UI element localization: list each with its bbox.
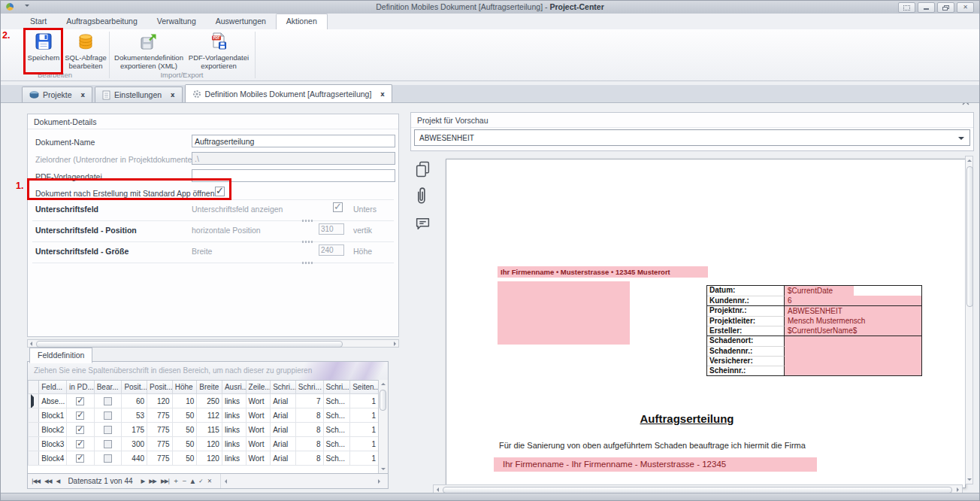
restore-button[interactable]: [937, 2, 954, 13]
navigator-button-left-0[interactable]: |◀◀: [32, 478, 40, 484]
navigator-button-right-1[interactable]: ▶▶: [149, 478, 156, 484]
grid-column-header[interactable]: Feld...: [39, 381, 67, 394]
navigator-button-right-5[interactable]: ▲: [191, 478, 195, 484]
row-splitter-grip[interactable]: [302, 220, 314, 222]
grid-column-header[interactable]: Schri...: [323, 381, 350, 394]
grid-vscrollbar-thumb[interactable]: [380, 390, 386, 411]
grid-row[interactable]: Block330077550120linksWortArial8Sch...1: [29, 437, 379, 451]
grid-row[interactable]: Abse...6012010250linksWortArial7Sch...1: [29, 394, 379, 408]
navigator-button-right-7[interactable]: ✕: [207, 478, 211, 484]
save-button[interactable]: Speichern: [26, 32, 62, 62]
inpdf-checkbox[interactable]: [76, 411, 84, 420]
grid-row[interactable]: Block444077550120linksWortArial8Sch...1: [29, 451, 379, 466]
grid-cell-schr[interactable]: Sch...: [323, 423, 350, 437]
grid-cell-posx[interactable]: 60: [122, 394, 147, 408]
grid-cell-schrift[interactable]: Arial: [271, 408, 296, 423]
grid-cell-zeile[interactable]: Wort: [246, 437, 271, 451]
grid-cell-groesse[interactable]: 7: [295, 394, 323, 408]
grid-cell-groesse[interactable]: 8: [295, 437, 323, 451]
grid-cell-zeile[interactable]: Wort: [246, 423, 271, 437]
grid-cell-posy[interactable]: 775: [147, 437, 173, 451]
inpdf-checkbox[interactable]: [76, 426, 84, 434]
grid-cell-schr[interactable]: Sch...: [323, 451, 350, 466]
grid-column-header[interactable]: in PD...: [66, 381, 94, 394]
grid-cell-schr[interactable]: Sch...: [323, 437, 350, 451]
grid-column-header[interactable]: Bear...: [94, 381, 122, 394]
navigator-button-right-2[interactable]: ▶▶|: [161, 478, 169, 484]
grid-column-header[interactable]: Ausri...: [222, 381, 246, 394]
grid-cell-breite[interactable]: 120: [197, 451, 222, 466]
grid-cell-hoehe[interactable]: 50: [172, 437, 197, 451]
export-pdf-button[interactable]: PDF PDF-Vorlagendatei exportieren: [187, 32, 250, 70]
grid-cell-posx[interactable]: 440: [122, 451, 147, 466]
grid-column-header[interactable]: Seiten...: [350, 381, 379, 394]
pdf-template-input[interactable]: [192, 169, 395, 182]
grid-cell-inpdf[interactable]: [66, 437, 94, 451]
bearb-checkbox[interactable]: [104, 454, 112, 463]
ribbon-tab-start[interactable]: Start: [20, 14, 56, 29]
grid-column-header[interactable]: Schri...: [295, 381, 323, 394]
grid-cell-seiten[interactable]: 1: [350, 408, 379, 423]
ribbon-tab-auswertungen[interactable]: Auswertungen: [206, 14, 276, 29]
grid-cell-seiten[interactable]: 1: [350, 394, 379, 408]
grid-header-row[interactable]: Feld...in PD...Bear...Posit...Posit...Hö…: [29, 381, 379, 394]
row-splitter-grip[interactable]: [302, 262, 314, 264]
grid-cell-schrift[interactable]: Arial: [271, 437, 296, 451]
grid-cell-seiten[interactable]: 1: [350, 423, 379, 437]
grid-cell-groesse[interactable]: 8: [295, 423, 323, 437]
grid-cell-schr[interactable]: Sch...: [323, 394, 350, 408]
grid-cell-schr[interactable]: Sch...: [323, 408, 350, 423]
grid-cell-zeile[interactable]: Wort: [246, 451, 271, 466]
tab-projekte[interactable]: Projekte x: [22, 87, 92, 102]
ribbon-tab-aktionen[interactable]: Aktionen: [276, 14, 328, 29]
comment-icon[interactable]: [415, 217, 431, 231]
preview-project-select[interactable]: ABWESENHEIT: [414, 129, 970, 146]
grid-cell-posx[interactable]: 175: [122, 423, 147, 437]
grid-cell-bearb[interactable]: [94, 408, 122, 423]
grid-cell-schrift[interactable]: Arial: [271, 394, 296, 408]
open-after-create-checkbox[interactable]: [215, 187, 225, 196]
tab-felddefinition[interactable]: Felddefinition: [29, 348, 92, 363]
grid-column-header[interactable]: Schri...: [271, 381, 296, 394]
navigator-button-right-6[interactable]: ✓: [198, 478, 202, 484]
grid-cell-posy[interactable]: 775: [147, 423, 173, 437]
grid-cell-hoehe[interactable]: 50: [172, 451, 197, 466]
tab-definition-close-icon[interactable]: x: [380, 90, 384, 98]
navigator-hscrollbar[interactable]: [220, 474, 384, 488]
grid-vscrollbar[interactable]: [378, 380, 388, 473]
ribbon-tab-verwaltung[interactable]: Verwaltung: [147, 14, 206, 29]
grid-column-header[interactable]: Breite: [197, 381, 222, 394]
grid-cell-hoehe[interactable]: 50: [172, 423, 197, 437]
grid-cell-seiten[interactable]: 1: [350, 451, 379, 466]
group-by-bar[interactable]: Ziehen Sie eine Spaltenüberschrift in di…: [28, 362, 388, 381]
grid-cell-breite[interactable]: 112: [197, 408, 222, 423]
grid-cell-ausr[interactable]: links: [222, 437, 246, 451]
bearb-checkbox[interactable]: [104, 411, 112, 420]
grid-column-header[interactable]: Zeile...: [246, 381, 271, 394]
grid-cell-groesse[interactable]: 8: [295, 408, 323, 423]
grid-cell-ausr[interactable]: links: [222, 423, 246, 437]
grid-cell-bearb[interactable]: [94, 423, 122, 437]
grid-cell-breite[interactable]: 250: [197, 394, 222, 408]
grid-cell-schrift[interactable]: Arial: [271, 451, 296, 466]
tab-einstellungen[interactable]: Einstellungen x: [95, 87, 183, 102]
grid-cell-posy[interactable]: 120: [147, 394, 173, 408]
bearb-checkbox[interactable]: [104, 426, 112, 434]
grid-cell-groesse[interactable]: 8: [295, 451, 323, 466]
grid-cell-breite[interactable]: 115: [197, 423, 222, 437]
grid-cell-inpdf[interactable]: [66, 423, 94, 437]
grid-cell-zeile[interactable]: Wort: [246, 394, 271, 408]
grid-cell-breite[interactable]: 120: [197, 437, 222, 451]
paperclip-icon[interactable]: [415, 186, 428, 207]
preview-vscrollbar-thumb[interactable]: [966, 166, 973, 307]
grid-row[interactable]: Block217577550115linksWortArial8Sch...1: [29, 423, 379, 437]
navigator-button-right-4[interactable]: −: [182, 478, 186, 484]
fullscreen-button[interactable]: [898, 2, 915, 13]
sql-edit-button[interactable]: SQL-Abfrage bearbeiten: [64, 32, 107, 70]
inpdf-checkbox[interactable]: [76, 440, 84, 448]
grid-cell-posy[interactable]: 775: [147, 408, 173, 423]
grid-cell-feld[interactable]: Block1: [39, 408, 67, 423]
grid-cell-bearb[interactable]: [94, 451, 122, 466]
export-xml-button[interactable]: Dokumentendefinition exportieren (XML): [113, 32, 184, 70]
grid-cell-hoehe[interactable]: 50: [172, 408, 197, 423]
